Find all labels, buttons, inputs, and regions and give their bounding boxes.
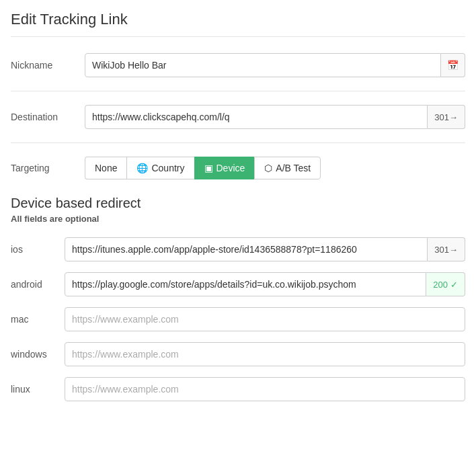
page-container: Edit Tracking Link Nickname 📅 Destinatio… — [0, 0, 476, 428]
device-section-title: Device based redirect — [11, 196, 465, 211]
page-title: Edit Tracking Link — [11, 11, 465, 37]
ios-status-code: 301 — [434, 245, 449, 255]
abtest-icon: ⬡ — [264, 163, 272, 173]
targeting-abtest-label: A/B Test — [276, 163, 311, 173]
android-label: android — [11, 279, 65, 290]
globe-icon: 🌐 — [136, 163, 148, 173]
android-row: android 200 ✓ — [11, 272, 465, 296]
windows-input-group — [65, 342, 465, 366]
destination-arrow: → — [449, 112, 458, 122]
targeting-label: Targeting — [11, 163, 85, 173]
device-icon: ▣ — [204, 163, 213, 173]
destination-status: 301 → — [428, 105, 465, 129]
ios-row: ios 301 → — [11, 237, 465, 261]
device-section: Device based redirect All fields are opt… — [11, 196, 465, 401]
targeting-row: Targeting None 🌐 Country ▣ Device ⬡ A/B … — [11, 157, 465, 179]
calendar-icon: 📅 — [447, 60, 459, 71]
android-input[interactable] — [65, 272, 426, 296]
nickname-row: Nickname 📅 — [11, 53, 465, 91]
windows-input[interactable] — [65, 342, 465, 366]
windows-label: windows — [11, 349, 65, 360]
android-status-code: 200 — [433, 280, 448, 290]
targeting-device-btn[interactable]: ▣ Device — [194, 157, 255, 179]
nickname-icon-btn[interactable]: 📅 — [441, 53, 465, 77]
mac-label: mac — [11, 314, 65, 325]
android-input-group: 200 ✓ — [65, 272, 465, 296]
targeting-btn-group: None 🌐 Country ▣ Device ⬡ A/B Test — [85, 157, 321, 179]
nickname-input[interactable] — [85, 53, 441, 77]
targeting-country-btn[interactable]: 🌐 Country — [126, 157, 194, 179]
android-status: 200 ✓ — [426, 272, 465, 296]
mac-input-group — [65, 307, 465, 331]
linux-label: linux — [11, 384, 65, 395]
ios-status: 301 → — [428, 237, 465, 261]
ios-input-group: 301 → — [65, 237, 465, 261]
targeting-country-label: Country — [151, 163, 184, 173]
mac-input[interactable] — [65, 307, 465, 331]
destination-row: Destination 301 → — [11, 105, 465, 143]
destination-input-group: 301 → — [85, 105, 465, 129]
ios-input[interactable] — [65, 237, 428, 261]
ios-arrow: → — [449, 245, 458, 255]
linux-row: linux — [11, 377, 465, 401]
destination-label: Destination — [11, 112, 85, 122]
linux-input[interactable] — [65, 377, 465, 401]
targeting-device-label: Device — [216, 163, 245, 173]
nickname-label: Nickname — [11, 60, 85, 71]
targeting-abtest-btn[interactable]: ⬡ A/B Test — [254, 157, 321, 179]
device-section-subtitle: All fields are optional — [11, 214, 465, 224]
android-checkmark: ✓ — [450, 280, 458, 290]
mac-row: mac — [11, 307, 465, 331]
targeting-none-btn[interactable]: None — [85, 157, 126, 179]
linux-input-group — [65, 377, 465, 401]
nickname-input-group: 📅 — [85, 53, 465, 77]
windows-row: windows — [11, 342, 465, 366]
destination-input[interactable] — [85, 105, 428, 129]
ios-label: ios — [11, 244, 65, 255]
destination-status-code: 301 — [434, 112, 449, 122]
